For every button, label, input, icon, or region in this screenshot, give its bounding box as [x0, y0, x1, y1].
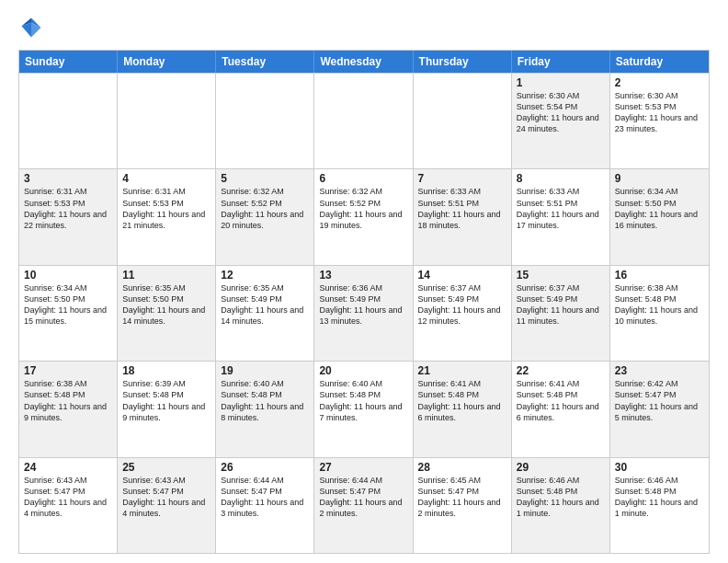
day-number: 26	[221, 461, 309, 474]
day-number: 18	[122, 364, 210, 377]
calendar-row-3: 17Sunrise: 6:38 AM Sunset: 5:48 PM Dayli…	[19, 361, 709, 456]
calendar-row-4: 24Sunrise: 6:43 AM Sunset: 5:47 PM Dayli…	[19, 457, 709, 553]
cell-info: Sunrise: 6:46 AM Sunset: 5:48 PM Dayligh…	[615, 475, 704, 520]
weekday-header-friday: Friday	[512, 51, 610, 73]
calendar-body: 1Sunrise: 6:30 AM Sunset: 5:54 PM Daylig…	[19, 73, 709, 553]
calendar-cell: 7Sunrise: 6:33 AM Sunset: 5:51 PM Daylig…	[414, 169, 512, 264]
calendar-cell: 17Sunrise: 6:38 AM Sunset: 5:48 PM Dayli…	[19, 362, 118, 456]
calendar-cell: 3Sunrise: 6:31 AM Sunset: 5:53 PM Daylig…	[19, 169, 118, 264]
calendar-cell: 26Sunrise: 6:44 AM Sunset: 5:47 PM Dayli…	[216, 458, 314, 553]
calendar-cell	[216, 74, 314, 168]
day-number: 17	[24, 364, 112, 377]
cell-info: Sunrise: 6:35 AM Sunset: 5:50 PM Dayligh…	[122, 282, 210, 327]
cell-info: Sunrise: 6:37 AM Sunset: 5:49 PM Dayligh…	[418, 282, 506, 327]
calendar-cell: 20Sunrise: 6:40 AM Sunset: 5:48 PM Dayli…	[314, 362, 413, 456]
day-number: 27	[319, 461, 407, 474]
day-number: 1	[517, 76, 605, 89]
calendar-cell: 8Sunrise: 6:33 AM Sunset: 5:51 PM Daylig…	[512, 169, 610, 264]
day-number: 20	[319, 364, 407, 377]
day-number: 11	[122, 269, 210, 282]
weekday-header-saturday: Saturday	[610, 51, 709, 73]
calendar-row-0: 1Sunrise: 6:30 AM Sunset: 5:54 PM Daylig…	[19, 73, 709, 168]
day-number: 22	[517, 364, 605, 377]
cell-info: Sunrise: 6:33 AM Sunset: 5:51 PM Dayligh…	[418, 186, 506, 231]
day-number: 7	[418, 172, 506, 185]
weekday-header-sunday: Sunday	[19, 51, 118, 73]
calendar-cell: 21Sunrise: 6:41 AM Sunset: 5:48 PM Dayli…	[414, 362, 512, 456]
day-number: 24	[24, 461, 112, 474]
day-number: 25	[122, 461, 210, 474]
cell-info: Sunrise: 6:40 AM Sunset: 5:48 PM Dayligh…	[319, 378, 407, 423]
cell-info: Sunrise: 6:43 AM Sunset: 5:47 PM Dayligh…	[24, 475, 112, 520]
calendar-cell: 11Sunrise: 6:35 AM Sunset: 5:50 PM Dayli…	[118, 266, 216, 361]
cell-info: Sunrise: 6:33 AM Sunset: 5:51 PM Dayligh…	[517, 186, 605, 231]
calendar-cell: 14Sunrise: 6:37 AM Sunset: 5:49 PM Dayli…	[414, 266, 512, 361]
day-number: 30	[615, 461, 704, 474]
day-number: 6	[319, 172, 407, 185]
calendar-cell: 24Sunrise: 6:43 AM Sunset: 5:47 PM Dayli…	[19, 458, 118, 553]
cell-info: Sunrise: 6:34 AM Sunset: 5:50 PM Dayligh…	[615, 186, 704, 231]
page: SundayMondayTuesdayWednesdayThursdayFrid…	[0, 0, 728, 563]
calendar-cell	[19, 74, 118, 168]
cell-info: Sunrise: 6:31 AM Sunset: 5:53 PM Dayligh…	[122, 186, 210, 231]
calendar-cell: 16Sunrise: 6:38 AM Sunset: 5:48 PM Dayli…	[610, 266, 709, 361]
calendar-cell: 4Sunrise: 6:31 AM Sunset: 5:53 PM Daylig…	[118, 169, 216, 264]
cell-info: Sunrise: 6:46 AM Sunset: 5:48 PM Dayligh…	[517, 475, 605, 520]
cell-info: Sunrise: 6:44 AM Sunset: 5:47 PM Dayligh…	[319, 475, 407, 520]
calendar-cell: 19Sunrise: 6:40 AM Sunset: 5:48 PM Dayli…	[216, 362, 314, 456]
weekday-header-monday: Monday	[118, 51, 216, 73]
day-number: 16	[615, 269, 704, 282]
calendar-cell	[314, 74, 413, 168]
day-number: 15	[517, 269, 605, 282]
day-number: 21	[418, 364, 506, 377]
cell-info: Sunrise: 6:36 AM Sunset: 5:49 PM Dayligh…	[319, 282, 407, 327]
calendar-cell: 6Sunrise: 6:32 AM Sunset: 5:52 PM Daylig…	[314, 169, 413, 264]
day-number: 5	[221, 172, 309, 185]
calendar-cell: 22Sunrise: 6:41 AM Sunset: 5:48 PM Dayli…	[512, 362, 610, 456]
calendar-cell	[414, 74, 512, 168]
calendar-cell: 1Sunrise: 6:30 AM Sunset: 5:54 PM Daylig…	[512, 74, 610, 168]
cell-info: Sunrise: 6:42 AM Sunset: 5:47 PM Dayligh…	[615, 378, 704, 423]
calendar-cell: 9Sunrise: 6:34 AM Sunset: 5:50 PM Daylig…	[610, 169, 709, 264]
day-number: 19	[221, 364, 309, 377]
calendar-cell: 27Sunrise: 6:44 AM Sunset: 5:47 PM Dayli…	[314, 458, 413, 553]
weekday-header-thursday: Thursday	[414, 51, 512, 73]
cell-info: Sunrise: 6:31 AM Sunset: 5:53 PM Dayligh…	[24, 186, 112, 231]
cell-info: Sunrise: 6:44 AM Sunset: 5:47 PM Dayligh…	[221, 475, 309, 520]
logo-icon	[18, 15, 44, 40]
day-number: 12	[221, 269, 309, 282]
calendar-cell: 2Sunrise: 6:30 AM Sunset: 5:53 PM Daylig…	[610, 74, 709, 168]
calendar-cell: 29Sunrise: 6:46 AM Sunset: 5:48 PM Dayli…	[512, 458, 610, 553]
cell-info: Sunrise: 6:38 AM Sunset: 5:48 PM Dayligh…	[615, 282, 704, 327]
calendar-cell: 30Sunrise: 6:46 AM Sunset: 5:48 PM Dayli…	[610, 458, 709, 553]
cell-info: Sunrise: 6:34 AM Sunset: 5:50 PM Dayligh…	[24, 282, 112, 327]
day-number: 13	[319, 269, 407, 282]
day-number: 9	[615, 172, 704, 185]
cell-info: Sunrise: 6:43 AM Sunset: 5:47 PM Dayligh…	[122, 475, 210, 520]
calendar-cell: 12Sunrise: 6:35 AM Sunset: 5:49 PM Dayli…	[216, 266, 314, 361]
day-number: 3	[24, 172, 112, 185]
cell-info: Sunrise: 6:41 AM Sunset: 5:48 PM Dayligh…	[418, 378, 506, 423]
calendar-cell: 25Sunrise: 6:43 AM Sunset: 5:47 PM Dayli…	[118, 458, 216, 553]
calendar-cell: 10Sunrise: 6:34 AM Sunset: 5:50 PM Dayli…	[19, 266, 118, 361]
cell-info: Sunrise: 6:30 AM Sunset: 5:54 PM Dayligh…	[517, 90, 605, 135]
cell-info: Sunrise: 6:37 AM Sunset: 5:49 PM Dayligh…	[517, 282, 605, 327]
calendar-cell: 18Sunrise: 6:39 AM Sunset: 5:48 PM Dayli…	[118, 362, 216, 456]
day-number: 14	[418, 269, 506, 282]
calendar: SundayMondayTuesdayWednesdayThursdayFrid…	[18, 50, 710, 554]
cell-info: Sunrise: 6:45 AM Sunset: 5:47 PM Dayligh…	[418, 475, 506, 520]
day-number: 23	[615, 364, 704, 377]
day-number: 10	[24, 269, 112, 282]
logo	[18, 15, 48, 40]
calendar-cell: 28Sunrise: 6:45 AM Sunset: 5:47 PM Dayli…	[414, 458, 512, 553]
calendar-row-2: 10Sunrise: 6:34 AM Sunset: 5:50 PM Dayli…	[19, 265, 709, 361]
cell-info: Sunrise: 6:35 AM Sunset: 5:49 PM Dayligh…	[221, 282, 309, 327]
cell-info: Sunrise: 6:38 AM Sunset: 5:48 PM Dayligh…	[24, 378, 112, 423]
calendar-cell	[118, 74, 216, 168]
calendar-cell: 13Sunrise: 6:36 AM Sunset: 5:49 PM Dayli…	[314, 266, 413, 361]
cell-info: Sunrise: 6:30 AM Sunset: 5:53 PM Dayligh…	[615, 90, 704, 135]
cell-info: Sunrise: 6:39 AM Sunset: 5:48 PM Dayligh…	[122, 378, 210, 423]
day-number: 4	[122, 172, 210, 185]
day-number: 8	[517, 172, 605, 185]
calendar-header: SundayMondayTuesdayWednesdayThursdayFrid…	[19, 51, 709, 73]
